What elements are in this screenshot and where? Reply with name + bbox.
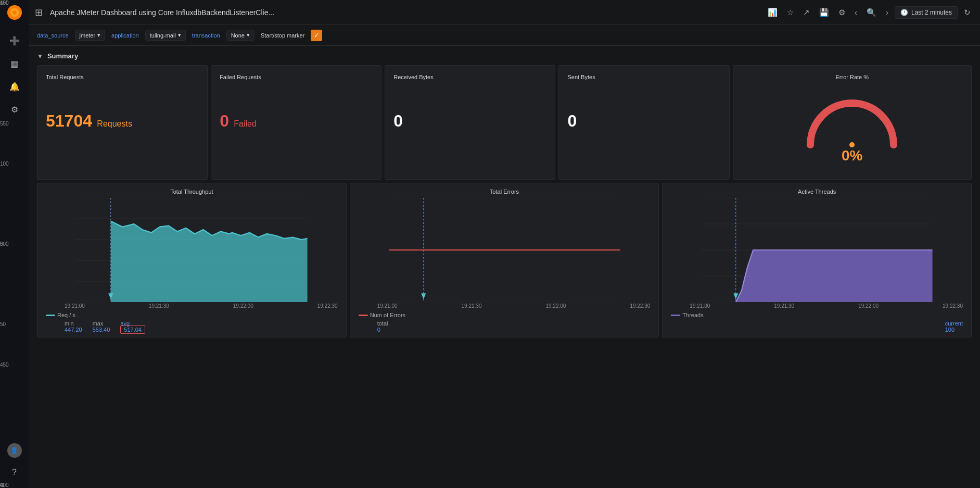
- threads-current: 100: [945, 327, 954, 333]
- section-title: Summary: [47, 52, 78, 60]
- save-button[interactable]: 💾: [816, 6, 832, 19]
- failed-requests-card: Failed Requests 0 Failed: [211, 65, 381, 180]
- error-rate-title: Error Rate %: [742, 74, 963, 80]
- errors-total: 0: [377, 327, 380, 333]
- errors-chart-title: Total Errors: [359, 189, 651, 195]
- chevron-down-icon-3: ▾: [247, 32, 250, 39]
- data-source-select[interactable]: jmeter ▾: [75, 30, 106, 41]
- svg-point-3: [849, 142, 855, 147]
- application-label: application: [111, 32, 139, 39]
- marker-checkbox[interactable]: ✓: [311, 30, 322, 41]
- charts-row: Total Throughput 600 550 500 450 400: [37, 183, 972, 337]
- error-rate-card: Error Rate % 0%: [733, 65, 972, 180]
- errors-x-labels: 19:21:00 19:21:30 19:22:00 19:22:30: [359, 303, 651, 309]
- arrow-left-button[interactable]: ‹: [851, 6, 860, 19]
- search-button[interactable]: 🔍: [863, 6, 880, 19]
- page-title: Apache JMeter Dashboard using Core Influ…: [50, 8, 760, 17]
- stats-row: Total Requests 51704 Requests Failed Req…: [37, 65, 972, 180]
- throughput-legend-label: Req / s: [57, 312, 75, 318]
- threads-legend: Threads: [671, 312, 963, 318]
- dashboard: ▼ Summary Total Requests 51704 Requests …: [29, 46, 980, 488]
- data-source-label: data_source: [37, 32, 69, 39]
- arrow-right-button[interactable]: ›: [883, 6, 892, 19]
- total-requests-value: 51704: [46, 111, 92, 130]
- throughput-max: 553.40: [93, 327, 110, 333]
- topbar-actions: 📊 ☆ ↗ 💾 ⚙ ‹ 🔍 › 🕐 Last 2 minutes ↻: [765, 6, 974, 19]
- application-select[interactable]: tuling-mall ▾: [145, 30, 186, 41]
- star-button[interactable]: ☆: [784, 6, 797, 19]
- main-content: ⊞ Apache JMeter Dashboard using Core Inf…: [29, 0, 980, 488]
- gauge-svg: [800, 90, 904, 153]
- failed-requests-value: 0: [220, 111, 229, 130]
- throughput-stats: min 447.20 max 553.40 avg 517.04: [46, 320, 338, 333]
- errors-legend: Num of Errors: [359, 312, 651, 318]
- section-header: ▼ Summary: [37, 52, 972, 60]
- clock-icon: 🕐: [900, 9, 908, 16]
- throughput-x-labels: 19:21:00 19:21:30 19:22:00 19:22:30: [46, 303, 338, 309]
- time-range-label: Last 2 minutes: [911, 9, 952, 16]
- chevron-down-icon-2: ▾: [178, 32, 181, 39]
- failed-requests-title: Failed Requests: [220, 74, 373, 80]
- sent-bytes-card: Sent Bytes 0: [558, 65, 729, 180]
- settings-button[interactable]: ⚙: [835, 6, 848, 19]
- grid-icon: ⊞: [35, 7, 43, 18]
- total-requests-title: Total Requests: [46, 74, 199, 80]
- sent-bytes-value: 0: [567, 111, 577, 130]
- throughput-min: 447.20: [65, 327, 82, 333]
- total-requests-unit: Requests: [97, 119, 132, 128]
- errors-stats: total 0: [359, 320, 651, 333]
- errors-chart-card: Total Errors 1 0 -1: [350, 183, 659, 337]
- errors-legend-label: Num of Errors: [370, 312, 405, 318]
- errors-svg: [359, 198, 651, 302]
- threads-svg: [671, 198, 963, 302]
- throughput-svg: [46, 198, 338, 302]
- threads-chart-title: Active Threads: [671, 189, 963, 195]
- share-button[interactable]: ↗: [800, 6, 813, 19]
- svg-marker-18: [421, 293, 426, 299]
- threads-x-labels: 19:21:00 19:21:30 19:22:00 19:22:30: [671, 303, 963, 309]
- gauge-value: 0%: [842, 147, 862, 164]
- throughput-chart-card: Total Throughput 600 550 500 450 400: [37, 183, 347, 337]
- topbar: ⊞ Apache JMeter Dashboard using Core Inf…: [29, 0, 980, 25]
- threads-legend-label: Threads: [682, 312, 703, 318]
- gauge-container: 0%: [742, 86, 963, 168]
- marker-label: Start/stop marker: [261, 32, 304, 39]
- filterbar: data_source jmeter ▾ application tuling-…: [29, 25, 980, 46]
- svg-marker-25: [736, 250, 933, 302]
- received-bytes-title: Received Bytes: [393, 74, 546, 80]
- failed-requests-unit: Failed: [234, 119, 257, 128]
- throughput-legend: Req / s: [46, 312, 338, 318]
- total-requests-card: Total Requests 51704 Requests: [37, 65, 208, 180]
- received-bytes-value: 0: [393, 111, 403, 130]
- chevron-down-icon: ▾: [97, 32, 100, 39]
- transaction-select[interactable]: None ▾: [226, 30, 254, 41]
- time-range-picker[interactable]: 🕐 Last 2 minutes: [895, 6, 958, 19]
- collapse-icon[interactable]: ▼: [37, 53, 43, 60]
- threads-stats: current 100: [671, 320, 963, 333]
- refresh-button[interactable]: ↻: [961, 6, 974, 19]
- throughput-avg: 517.04: [120, 326, 145, 334]
- transaction-label: transaction: [192, 32, 220, 39]
- received-bytes-card: Received Bytes 0: [385, 65, 555, 180]
- bar-chart-button[interactable]: 📊: [765, 6, 781, 19]
- threads-chart-card: Active Threads 150 100 50 0: [662, 183, 972, 337]
- throughput-chart-title: Total Throughput: [46, 189, 338, 195]
- sent-bytes-title: Sent Bytes: [567, 74, 720, 80]
